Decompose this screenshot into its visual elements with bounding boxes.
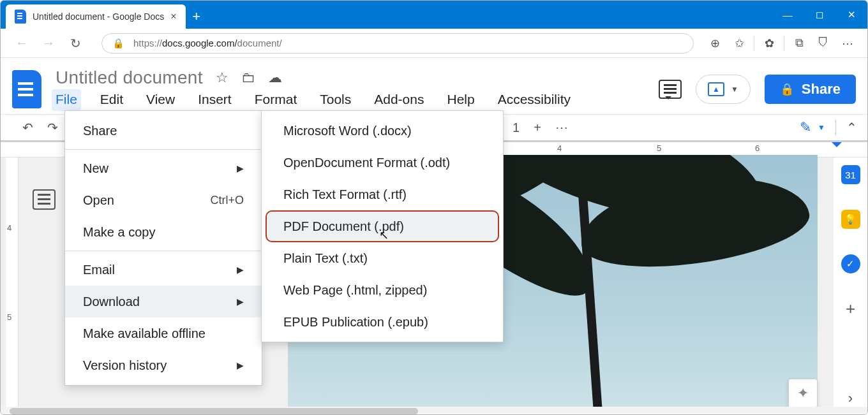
horizontal-scrollbar[interactable] xyxy=(1,407,867,415)
ruler-mark: 6 xyxy=(755,143,760,153)
download-txt[interactable]: Plain Text (.txt) xyxy=(266,242,499,274)
chevron-right-icon: ▶ xyxy=(237,265,244,275)
close-window-button[interactable]: ✕ xyxy=(835,1,867,29)
file-menu-share[interactable]: Share xyxy=(65,115,262,147)
back-button[interactable]: ← xyxy=(10,31,34,55)
download-html[interactable]: Web Page (.html, zipped) xyxy=(266,274,499,306)
ruler-mark: 5 xyxy=(7,312,11,322)
menu-insert[interactable]: Insert xyxy=(194,89,236,111)
refresh-button[interactable]: ↻ xyxy=(63,31,87,55)
editing-mode-button[interactable]: ✎ ▼ xyxy=(800,119,825,136)
window-controls: — ◻ ✕ xyxy=(772,1,867,29)
vertical-ruler[interactable]: 4 5 xyxy=(6,157,19,415)
more-toolbar-icon[interactable]: ⋯ xyxy=(555,120,568,135)
open-comments-button[interactable] xyxy=(659,80,682,99)
minimize-button[interactable]: — xyxy=(772,1,804,29)
url-field[interactable]: 🔒 https://docs.google.com/document/ xyxy=(101,33,694,54)
download-docx[interactable]: Microsoft Word (.docx) xyxy=(266,115,499,147)
download-rtf[interactable]: Rich Text Format (.rtf) xyxy=(266,178,499,210)
download-submenu: Microsoft Word (.docx) OpenDocument Form… xyxy=(261,110,504,342)
download-epub[interactable]: EPUB Publication (.epub) xyxy=(266,306,499,338)
chevron-right-icon: ▶ xyxy=(237,360,244,370)
tab-title: Untitled document - Google Docs xyxy=(33,11,164,22)
share-button[interactable]: 🔒 Share xyxy=(765,75,856,104)
add-addon-icon[interactable]: + xyxy=(846,299,855,319)
menu-format[interactable]: Format xyxy=(251,89,301,111)
chevron-right-icon: ▶ xyxy=(237,296,244,307)
zoom-icon[interactable]: ⊕ xyxy=(704,33,726,54)
file-menu-open[interactable]: OpenCtrl+O xyxy=(65,184,262,216)
menu-view[interactable]: View xyxy=(142,89,179,111)
file-menu-offline[interactable]: Make available offline xyxy=(65,317,262,349)
docs-header: Untitled document ☆ 🗀 ☁ File Edit View I… xyxy=(1,58,867,114)
add-button[interactable]: + xyxy=(534,120,541,135)
download-odt[interactable]: OpenDocument Format (.odt) xyxy=(266,147,499,178)
ruler-mark: 4 xyxy=(7,223,11,233)
file-menu-email[interactable]: Email▶ xyxy=(65,254,262,286)
present-icon: ▲ xyxy=(708,82,724,96)
separator xyxy=(65,149,262,150)
file-menu-make-copy[interactable]: Make a copy xyxy=(65,216,262,248)
present-button[interactable]: ▲ ▼ xyxy=(696,75,751,104)
heading-style-label[interactable]: 1 xyxy=(513,120,520,135)
side-panel-rail: 31 💡 ✓ + › xyxy=(833,157,867,415)
cursor-icon: ↖ xyxy=(379,228,389,242)
scrollbar-thumb[interactable] xyxy=(10,408,418,414)
google-docs-app: Untitled document ☆ 🗀 ☁ File Edit View I… xyxy=(1,58,867,415)
docs-logo[interactable] xyxy=(12,70,41,108)
ruler-mark: 4 xyxy=(557,143,562,153)
pencil-icon: ✎ xyxy=(800,119,811,136)
file-menu-version-history[interactable]: Version history▶ xyxy=(65,349,262,381)
menu-file[interactable]: File xyxy=(52,89,81,111)
shortcut-label: Ctrl+O xyxy=(210,194,244,207)
lock-icon: 🔒 xyxy=(780,82,794,96)
file-menu-new[interactable]: New▶ xyxy=(65,152,262,184)
overflow-menu-icon[interactable]: ⋯ xyxy=(837,33,858,54)
caret-down-icon: ▼ xyxy=(731,85,738,94)
profile-icon[interactable]: ⛉ xyxy=(812,33,834,54)
menu-help[interactable]: Help xyxy=(443,89,478,111)
menu-accessibility[interactable]: Accessibility xyxy=(494,89,574,111)
download-pdf[interactable]: PDF Document (.pdf) ↖ xyxy=(266,210,499,242)
document-outline-button[interactable] xyxy=(33,189,56,210)
separator xyxy=(754,36,754,51)
forward-button[interactable]: → xyxy=(36,31,61,55)
menu-edit[interactable]: Edit xyxy=(96,89,127,111)
document-title[interactable]: Untitled document xyxy=(56,68,203,88)
cloud-status-icon[interactable]: ☁ xyxy=(268,69,282,86)
explore-button[interactable]: ✦ xyxy=(788,379,818,408)
docs-menubar: File Edit View Insert Format Tools Add-o… xyxy=(52,89,659,111)
separator xyxy=(835,120,836,135)
collections-icon[interactable]: ⧉ xyxy=(788,33,810,54)
url-text: https://docs.google.com/document/ xyxy=(133,38,282,48)
separator xyxy=(65,251,262,251)
favorite-icon[interactable]: ✩ xyxy=(728,33,750,54)
browser-tab[interactable]: Untitled document - Google Docs × xyxy=(6,4,186,29)
collapse-button[interactable]: ⌃ xyxy=(846,120,857,135)
keep-icon[interactable]: 💡 xyxy=(841,210,860,229)
extensions-icon[interactable]: ✿ xyxy=(758,33,780,54)
redo-button[interactable]: ↷ xyxy=(47,120,58,135)
lock-icon: 🔒 xyxy=(112,38,124,49)
docs-favicon xyxy=(15,10,26,24)
separator xyxy=(784,36,784,51)
chevron-right-icon: ▶ xyxy=(237,163,244,173)
ruler-right-indent[interactable] xyxy=(832,142,842,152)
ruler-mark: 5 xyxy=(657,143,661,153)
file-menu-download[interactable]: Download▶ xyxy=(65,286,262,317)
browser-titlebar: Untitled document - Google Docs × + — ◻ … xyxy=(1,1,867,29)
menu-tools[interactable]: Tools xyxy=(316,89,355,111)
undo-button[interactable]: ↶ xyxy=(22,120,33,135)
move-icon[interactable]: 🗀 xyxy=(241,69,255,86)
caret-down-icon: ▼ xyxy=(818,123,825,132)
close-tab-icon[interactable]: × xyxy=(170,11,176,22)
calendar-icon[interactable]: 31 xyxy=(841,165,860,184)
maximize-button[interactable]: ◻ xyxy=(804,1,835,29)
star-icon[interactable]: ☆ xyxy=(216,69,228,86)
hide-side-panel-icon[interactable]: › xyxy=(848,390,853,407)
tasks-icon[interactable]: ✓ xyxy=(841,254,860,273)
menu-addons[interactable]: Add-ons xyxy=(370,89,428,111)
new-tab-button[interactable]: + xyxy=(186,4,207,29)
browser-address-bar: ← → ↻ 🔒 https://docs.google.com/document… xyxy=(1,29,867,58)
share-label: Share xyxy=(802,81,841,98)
